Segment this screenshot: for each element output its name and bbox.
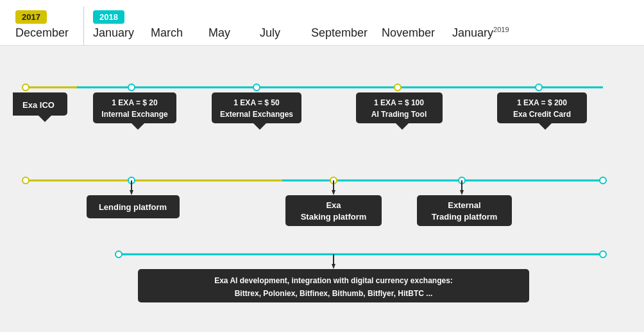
card-ai-line1: 1 EXA = $ 100 (374, 98, 424, 107)
card-ext-trading-line2: Trading platform (432, 212, 498, 222)
month-november: November (382, 26, 435, 40)
timeline-svg: Exa ICO 1 EXA = $ 20 Internal Exchange 1… (13, 55, 629, 306)
card-external-exchanges-arrow (253, 123, 266, 130)
header-col-september: . September (309, 10, 379, 45)
dot-row1-1 (22, 84, 29, 91)
month-may: May (208, 26, 230, 40)
month-january: January (93, 26, 134, 40)
header-col-july: . July (257, 10, 309, 45)
divider-2017-2018 (83, 6, 84, 45)
card-staking-line2: Staking platform (301, 212, 367, 222)
card-internal-line2: Internal Exchange (101, 110, 168, 119)
dot-row3-1 (115, 251, 122, 258)
arrow-lending-tip (130, 190, 133, 195)
card-credit-line2: Exa Credit Card (513, 110, 571, 119)
dot-row1-4 (394, 84, 401, 91)
arrow-ai-dev-tip (332, 264, 335, 269)
year-2017-label: 2017 (15, 10, 47, 24)
header-timeline: 2017 December 2018 January . March . May… (0, 0, 644, 46)
card-ai-dev-line1: Exa AI development, integration with dig… (214, 276, 453, 285)
card-ext-line1: 1 EXA = $ 50 (233, 98, 280, 107)
dot-row3-2 (600, 251, 606, 258)
card-ai-line2: AI Trading Tool (371, 110, 427, 119)
arrow-staking-tip (332, 190, 335, 195)
header-col-may: . May (206, 10, 257, 45)
main-timeline-area: Exa ICO 1 EXA = $ 20 Internal Exchange 1… (0, 46, 644, 318)
month-december: December (15, 26, 69, 40)
card-staking-line1: Exa (326, 200, 341, 210)
header-col-2017: 2017 December (13, 10, 77, 45)
page-container: 2017 December 2018 January . March . May… (0, 0, 644, 318)
header-col-2018: 2018 January (90, 10, 148, 45)
dot-row2-1 (22, 177, 29, 184)
card-exa-ico-arrow (38, 116, 51, 122)
arrow-ext-trading-tip (460, 190, 464, 195)
header-col-november: . November (379, 10, 450, 45)
card-credit-line1: 1 EXA = $ 200 (517, 98, 567, 107)
card-internal-line1: 1 EXA = $ 20 (112, 98, 158, 107)
card-ext-line2: External Exchanges (220, 110, 293, 119)
card-exa-ico-text: Exa ICO (22, 100, 55, 110)
year-2018-label: 2018 (93, 10, 124, 24)
month-march: March (151, 26, 183, 40)
dot-row1-2 (128, 84, 135, 91)
dot-row1-3 (253, 84, 260, 91)
card-exa-credit-arrow (539, 123, 552, 130)
month-july: July (260, 26, 280, 40)
card-internal-exchange-arrow (131, 123, 144, 130)
header-col-jan2019: . January2019 (450, 10, 512, 45)
header-col-march: . March (148, 10, 206, 45)
card-ai-trading-arrow (396, 123, 409, 130)
card-lending-text: Lending platform (99, 202, 167, 212)
dot-row1-5 (536, 84, 542, 91)
dot-row2-5 (600, 177, 606, 184)
month-jan2019: January2019 (452, 26, 509, 40)
year-2019-super: 2019 (493, 26, 509, 33)
card-ext-trading-line1: External (448, 200, 480, 210)
month-september: September (311, 26, 368, 40)
card-ai-dev-line2: Bittrex, Poloniex, Bitfinex, Bithumb, Bi… (235, 289, 433, 298)
